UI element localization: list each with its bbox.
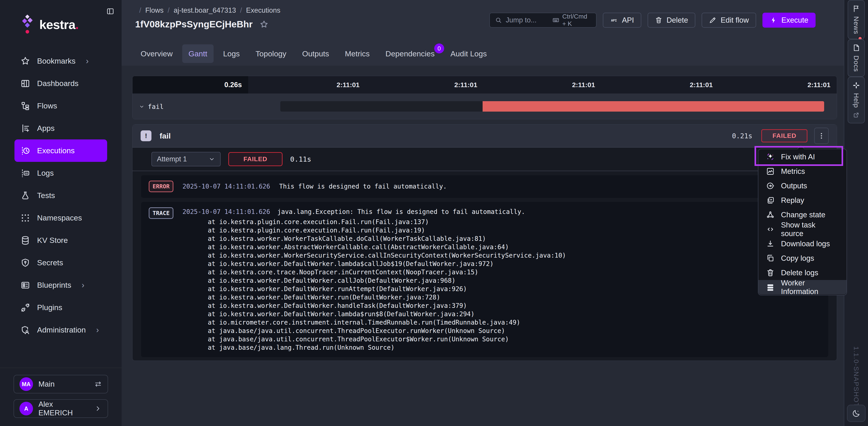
doc-icon xyxy=(852,44,860,52)
breadcrumb-item[interactable]: aj-test.boar_647313 xyxy=(174,6,236,15)
gantt-body: fail xyxy=(132,93,837,119)
topbar-actions: API API Delete Edit flow xyxy=(603,13,815,28)
sidebar-bottom: MA Main A Alex EMERICH xyxy=(0,368,122,426)
sidebar-item[interactable]: KV Store xyxy=(14,229,107,252)
sidebar-item-label: Plugins xyxy=(37,303,62,312)
kestra-app: kestra. Bookmarks › Dashboards xyxy=(0,0,868,426)
exception-message: java.lang.Exception: This flow is design… xyxy=(277,207,525,217)
sidebar-item-label: Secrets xyxy=(37,258,63,267)
tests-icon xyxy=(20,191,30,201)
task-name: fail xyxy=(160,132,170,140)
gantt-bar-failed[interactable] xyxy=(483,101,824,112)
stack-trace: 2025-10-07 14:11:01.626 java.lang.Except… xyxy=(182,207,566,352)
top-controls: Ctrl/Cmd + K API API Delete xyxy=(489,13,815,28)
external-icon xyxy=(853,112,860,118)
stack-trace-line: at java.base/java.lang.Thread.run(Unknow… xyxy=(182,343,566,352)
topbar-action-button[interactable]: Delete xyxy=(648,13,695,28)
search-icon xyxy=(495,17,502,24)
task-menu-button[interactable] xyxy=(814,127,829,144)
search-shortcut: Ctrl/Cmd + K xyxy=(552,13,591,27)
stack-trace-line: at io.kestra.worker.DefaultWorker.runAtt… xyxy=(182,285,566,293)
tab[interactable]: Topology xyxy=(249,45,293,63)
kestra-logo[interactable]: kestra. xyxy=(19,14,79,35)
bolt-icon xyxy=(770,16,777,24)
menu-item[interactable]: Outputs xyxy=(758,178,846,193)
stack-trace-line: at io.kestra.worker.DefaultWorker.run(De… xyxy=(182,293,566,302)
sidebar-item-label: Flows xyxy=(37,102,57,110)
menu-item[interactable]: Copy logs xyxy=(758,251,846,265)
gantt-time-tick: 2:11:01 xyxy=(248,76,366,93)
menu-item[interactable]: Metrics xyxy=(758,164,846,178)
topbar-action-button[interactable]: Execute xyxy=(763,13,815,28)
sidebar-item[interactable]: Logs xyxy=(14,162,107,184)
kestra-logo-icon xyxy=(19,14,36,35)
task-duration: 0.21s xyxy=(732,132,752,140)
stack-trace-line: at io.kestra.worker.DefaultWorker.handle… xyxy=(182,302,566,310)
tab[interactable]: Overview xyxy=(134,45,179,63)
star-icon xyxy=(20,56,30,66)
gantt-row[interactable]: fail xyxy=(139,93,164,119)
gantt-total-duration: 0.26s xyxy=(132,76,248,93)
sidebar-item[interactable]: Plugins xyxy=(14,296,107,319)
rail-tab[interactable]: Help xyxy=(848,77,865,123)
menu-item[interactable]: Delete logs xyxy=(758,265,846,280)
tab[interactable]: Gantt xyxy=(182,45,214,63)
execution-tabs: Overview Gantt Logs Topology xyxy=(134,45,493,63)
topbar-action-button[interactable]: Edit flow xyxy=(702,13,756,28)
gantt-bar-pending[interactable] xyxy=(280,101,483,112)
gantt-time-tick: 2:11:01 xyxy=(484,76,601,93)
tab[interactable]: Logs xyxy=(217,45,246,63)
gantt-time-tick: 2:11:01 xyxy=(719,76,837,93)
rail-tab[interactable]: News xyxy=(848,0,865,39)
sidebar-item[interactable]: Dashboards xyxy=(14,72,107,95)
copy-icon xyxy=(766,254,775,262)
tab[interactable]: Dependencies 0 xyxy=(379,45,441,63)
rail-tab[interactable]: Docs xyxy=(848,39,865,77)
sidebar-item[interactable]: Blueprints › xyxy=(14,274,107,296)
tab[interactable]: Audit Logs xyxy=(444,45,493,63)
secrets-icon xyxy=(20,258,30,268)
sidebar-item[interactable]: Secrets xyxy=(14,252,107,274)
search-input[interactable] xyxy=(506,16,549,24)
chevron-right-icon: › xyxy=(96,326,99,334)
panel-icon[interactable] xyxy=(106,7,114,16)
workspace-avatar: MA xyxy=(20,377,33,391)
breadcrumb-item[interactable]: Flows xyxy=(145,6,164,15)
user-name: Alex EMERICH xyxy=(38,400,89,417)
menu-item[interactable]: Change state xyxy=(758,207,846,222)
topbar-action-button[interactable]: API API xyxy=(603,13,641,28)
sidebar-item[interactable]: Tests xyxy=(14,184,107,207)
menu-item[interactable]: Fix with AI xyxy=(758,150,846,164)
stack-trace-line: at io.kestra.worker.DefaultWorker.lambda… xyxy=(182,260,566,268)
sidebar-item[interactable]: Apps xyxy=(14,117,107,139)
star-icon[interactable] xyxy=(259,20,269,29)
menu-item[interactable]: Replay xyxy=(758,193,846,207)
sidebar-item[interactable]: Executions xyxy=(14,139,107,162)
log-message: This flow is designed to fail automatica… xyxy=(279,181,447,192)
sidebar-item[interactable]: Namespaces xyxy=(14,207,107,229)
user-avatar: A xyxy=(20,402,33,415)
menu-item[interactable]: Download logs xyxy=(758,236,846,251)
user-menu[interactable]: A Alex EMERICH xyxy=(13,399,108,418)
sidebar-item-label: KV Store xyxy=(37,236,68,245)
jump-to-search[interactable]: Ctrl/Cmd + K xyxy=(489,13,596,28)
tab[interactable]: Metrics xyxy=(339,45,376,63)
state-icon xyxy=(766,210,775,219)
breadcrumb-item[interactable]: Executions xyxy=(246,6,281,15)
breadcrumb: / Flows / aj-test.boar_647313 / Executio… xyxy=(135,6,280,15)
sidebar-item-label: Bookmarks xyxy=(37,57,75,65)
menu-item[interactable]: Show task source xyxy=(758,222,846,236)
administration-icon xyxy=(20,325,30,335)
stack-trace-line: at java.base/java.util.concurrent.Thread… xyxy=(182,335,566,343)
sidebar-item[interactable]: Flows xyxy=(14,95,107,117)
stack-trace-line: at io.micrometer.core.instrument.interna… xyxy=(182,318,566,326)
theme-toggle-button[interactable] xyxy=(847,405,866,422)
sidebar-item[interactable]: Bookmarks › xyxy=(14,50,107,72)
menu-item[interactable]: Worker Information xyxy=(758,280,846,294)
tab[interactable]: Outputs xyxy=(296,45,336,63)
attempt-select[interactable]: Attempt 1 xyxy=(151,152,221,166)
log-level-badge: TRACE xyxy=(149,207,174,219)
sidebar-item[interactable]: Administration › xyxy=(14,319,107,341)
stack-trace-line: at io.kestra.worker.DefaultWorker.callJo… xyxy=(182,276,566,285)
workspace-switcher[interactable]: MA Main xyxy=(13,375,108,393)
